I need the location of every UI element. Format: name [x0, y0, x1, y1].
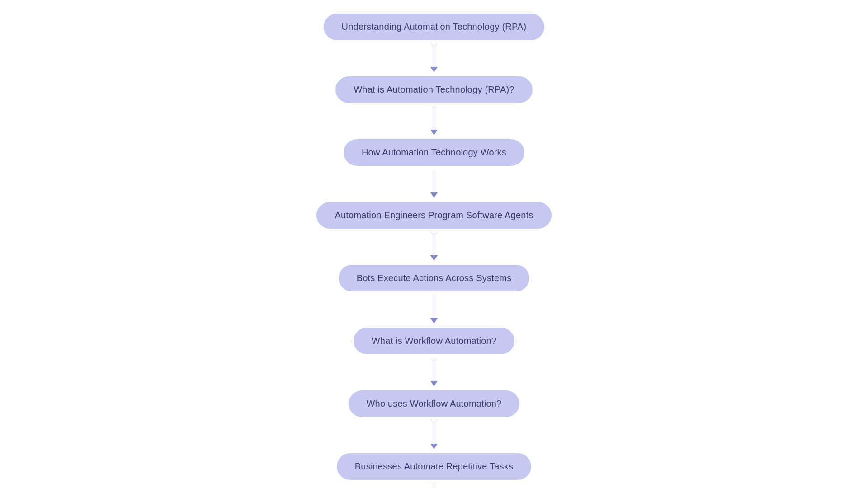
node-6: What is Workflow Automation?: [354, 328, 514, 354]
connector-arrow: [430, 381, 438, 386]
node-2: What is Automation Technology (RPA)?: [335, 76, 533, 103]
connector-7: [430, 417, 438, 453]
node-5: Bots Execute Actions Across Systems: [339, 265, 530, 291]
connector-arrow: [430, 130, 438, 135]
connector-line: [434, 296, 434, 318]
connector-1: [430, 40, 438, 76]
node-8: Businesses Automate Repetitive Tasks: [337, 453, 531, 480]
connector-8: [430, 480, 438, 488]
connector-line: [434, 170, 434, 192]
node-3: How Automation Technology Works: [344, 139, 524, 166]
connector-line: [434, 44, 434, 67]
connector-line: [434, 421, 434, 444]
connector-6: [430, 354, 438, 390]
connector-line: [434, 107, 434, 130]
connector-arrow: [430, 255, 438, 261]
connector-arrow: [430, 444, 438, 449]
connector-arrow: [430, 67, 438, 72]
connector-arrow: [430, 318, 438, 324]
node-1: Understanding Automation Technology (RPA…: [324, 14, 545, 40]
connector-line: [434, 358, 434, 381]
connector-4: [430, 229, 438, 265]
flowchart: Understanding Automation Technology (RPA…: [0, 0, 868, 488]
connector-arrow: [430, 192, 438, 198]
connector-3: [430, 166, 438, 202]
node-7: Who uses Workflow Automation?: [349, 390, 520, 417]
connector-line: [434, 484, 434, 488]
node-4: Automation Engineers Program Software Ag…: [316, 202, 551, 229]
connector-line: [434, 233, 434, 255]
connector-2: [430, 103, 438, 139]
connector-5: [430, 291, 438, 328]
